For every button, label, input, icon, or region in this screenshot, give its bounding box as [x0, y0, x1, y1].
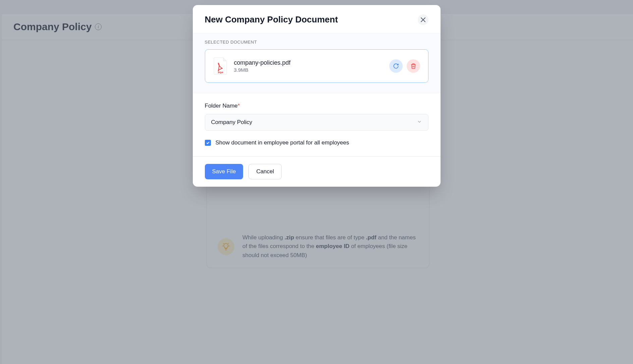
trash-icon — [410, 63, 416, 69]
show-in-portal-checkbox[interactable] — [205, 140, 211, 146]
file-card: PDF company-policies.pdf 3.9MB — [205, 49, 428, 83]
cancel-button[interactable]: Cancel — [248, 164, 282, 179]
delete-file-button[interactable] — [407, 59, 420, 73]
file-info: company-policies.pdf 3.9MB — [234, 59, 383, 73]
refresh-file-button[interactable] — [389, 59, 403, 73]
svg-text:PDF: PDF — [218, 71, 223, 74]
folder-name-label: Folder Name* — [205, 103, 428, 109]
folder-name-select[interactable]: Company Policy — [205, 114, 428, 131]
required-asterisk: * — [238, 103, 240, 109]
file-name: company-policies.pdf — [234, 59, 383, 66]
selected-document-label: SELECTED DOCUMENT — [205, 40, 428, 45]
modal-title: New Company Policy Document — [205, 14, 338, 25]
close-icon — [421, 17, 425, 22]
new-policy-modal: New Company Policy Document SELECTED DOC… — [193, 5, 441, 187]
folder-selected-value: Company Policy — [211, 119, 252, 126]
close-button[interactable] — [418, 14, 428, 25]
modal-header: New Company Policy Document — [193, 5, 441, 33]
check-icon — [206, 141, 210, 145]
folder-label-text: Folder Name — [205, 103, 238, 109]
modal-overlay[interactable]: New Company Policy Document SELECTED DOC… — [0, 0, 633, 364]
pdf-file-icon: PDF — [213, 57, 228, 75]
file-size: 3.9MB — [234, 67, 383, 73]
file-actions — [389, 59, 420, 73]
save-button[interactable]: Save File — [205, 164, 243, 179]
modal-footer: Save File Cancel — [193, 156, 441, 187]
show-in-portal-row: Show document in employee portal for all… — [205, 139, 428, 146]
selected-document-section: SELECTED DOCUMENT PDF company-policies.p… — [193, 33, 441, 93]
show-in-portal-label: Show document in employee portal for all… — [216, 139, 349, 146]
refresh-icon — [393, 63, 399, 69]
chevron-down-icon — [417, 119, 422, 126]
modal-body: Folder Name* Company Policy Show documen… — [193, 93, 441, 156]
